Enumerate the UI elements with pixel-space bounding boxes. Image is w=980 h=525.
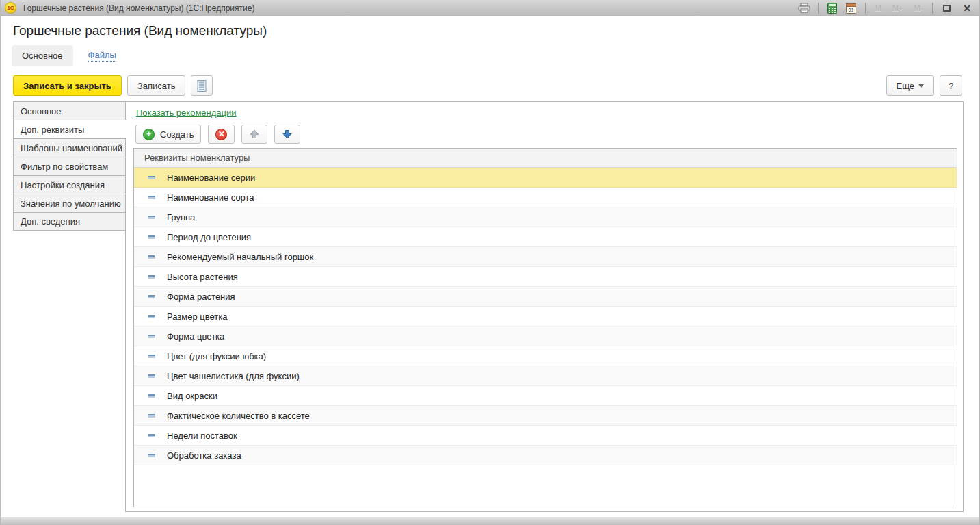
table-toolbar: + Создать ✕ bbox=[135, 125, 300, 144]
attribute-dash-icon bbox=[148, 295, 155, 298]
titlebar-separator bbox=[932, 3, 933, 14]
titlebar-separator bbox=[818, 3, 819, 14]
attribute-dash-icon bbox=[148, 315, 155, 318]
sidebar-item[interactable]: Шаблоны наименований bbox=[13, 138, 126, 157]
delete-icon: ✕ bbox=[215, 129, 227, 140]
memory-mminus-button[interactable]: M- bbox=[910, 4, 926, 12]
attribute-dash-icon bbox=[148, 394, 155, 398]
attribute-dash-icon bbox=[148, 434, 155, 437]
table-row[interactable]: Фактическое количество в кассете bbox=[134, 406, 957, 426]
create-button[interactable]: + Создать bbox=[135, 125, 201, 144]
sidebar-tabs: ОсновноеДоп. реквизитыШаблоны наименован… bbox=[13, 101, 126, 231]
table-row[interactable]: Цвет чашелистика (для фуксии) bbox=[134, 366, 957, 386]
arrow-down-icon bbox=[282, 129, 293, 140]
attributes-table: Реквизиты номенклатуры Наименование сери… bbox=[133, 148, 957, 507]
sidebar-item[interactable]: Настройки создания bbox=[13, 175, 126, 194]
memory-m-button[interactable]: M bbox=[872, 4, 885, 12]
show-recommendations-link[interactable]: Показать рекомендации bbox=[136, 107, 237, 118]
sidebar-item[interactable]: Основное bbox=[13, 101, 126, 120]
titlebar-separator bbox=[865, 3, 866, 14]
attribute-dash-icon bbox=[148, 335, 155, 338]
table-body: Наименование серии Наименование сорта Гр… bbox=[134, 168, 957, 465]
arrow-up-icon bbox=[249, 129, 260, 140]
table-row[interactable]: Вид окраски bbox=[134, 386, 957, 406]
memory-mplus-button[interactable]: M+ bbox=[889, 4, 907, 12]
table-row[interactable]: Цвет (для фуксии юбка) bbox=[134, 346, 957, 366]
list-icon bbox=[197, 80, 207, 92]
attribute-dash-icon bbox=[148, 196, 155, 199]
calendar-icon[interactable]: 31 bbox=[844, 2, 859, 14]
sidebar-item[interactable]: Фильтр по свойствам bbox=[13, 157, 126, 175]
table-row[interactable]: Размер цветка bbox=[134, 307, 957, 326]
command-bar: Записать и закрыть Записать bbox=[13, 75, 213, 96]
maximize-button[interactable] bbox=[939, 3, 955, 14]
attribute-dash-icon bbox=[148, 355, 155, 358]
table-column-header[interactable]: Реквизиты номенклатуры bbox=[134, 149, 957, 168]
move-up-button[interactable] bbox=[241, 125, 267, 144]
save-button[interactable]: Записать bbox=[127, 75, 186, 96]
table-row[interactable]: Высота растения bbox=[134, 267, 957, 287]
save-and-close-button[interactable]: Записать и закрыть bbox=[13, 75, 122, 96]
window-bottom-edge bbox=[1, 517, 979, 525]
command-bar-right: Еще ? bbox=[886, 75, 962, 96]
attribute-dash-icon bbox=[148, 216, 155, 219]
sidebar-item[interactable]: Значения по умолчанию bbox=[13, 194, 126, 212]
table-row[interactable]: Период до цветения bbox=[134, 227, 957, 247]
table-row[interactable]: Форма цветка bbox=[134, 326, 957, 346]
print-icon[interactable] bbox=[797, 2, 812, 14]
maximize-icon bbox=[943, 5, 951, 12]
attribute-dash-icon bbox=[148, 235, 155, 239]
app-window: 1С Горшечные растения (Вид номенклатуры)… bbox=[0, 0, 980, 525]
attribute-dash-icon bbox=[148, 275, 155, 279]
attribute-dash-icon bbox=[148, 176, 155, 179]
table-row[interactable]: Наименование сорта bbox=[134, 188, 957, 207]
attribute-dash-icon bbox=[148, 374, 155, 378]
tab-files[interactable]: Файлы bbox=[88, 50, 116, 62]
window-title: Горшечные растения (Вид номенклатуры) (1… bbox=[23, 3, 797, 13]
history-list-button[interactable] bbox=[191, 75, 213, 96]
sidebar-item[interactable]: Доп. реквизиты bbox=[13, 120, 127, 138]
close-button[interactable]: ✕ bbox=[959, 3, 975, 14]
table-row[interactable]: Обработка заказа bbox=[134, 446, 957, 465]
more-button[interactable]: Еще bbox=[886, 75, 934, 96]
tab-main[interactable]: Основное bbox=[12, 45, 73, 66]
nav-tabs: Основное Файлы bbox=[12, 45, 116, 66]
svg-text:31: 31 bbox=[849, 7, 854, 12]
table-row[interactable]: Группа bbox=[134, 207, 957, 227]
attribute-dash-icon bbox=[148, 414, 155, 418]
attribute-dash-icon bbox=[148, 454, 155, 457]
attribute-dash-icon bbox=[148, 255, 155, 259]
calculator-icon[interactable] bbox=[825, 2, 840, 14]
chevron-down-icon bbox=[918, 84, 924, 88]
table-row[interactable]: Наименование серии bbox=[134, 168, 957, 188]
page-title: Горшечные растения (Вид номенклатуры) bbox=[13, 23, 267, 38]
help-button[interactable]: ? bbox=[940, 75, 962, 96]
delete-button[interactable]: ✕ bbox=[208, 125, 235, 144]
plus-icon: + bbox=[143, 129, 155, 140]
table-row[interactable]: Форма растения bbox=[134, 287, 957, 307]
move-down-button[interactable] bbox=[274, 125, 300, 144]
table-row[interactable]: Рекомендуемый начальный горшок bbox=[134, 247, 957, 267]
sidebar-item[interactable]: Доп. сведения bbox=[13, 212, 126, 231]
titlebar: 1С Горшечные растения (Вид номенклатуры)… bbox=[1, 0, 979, 16]
table-row[interactable]: Недели поставок bbox=[134, 426, 957, 446]
1c-logo-icon: 1С bbox=[5, 2, 16, 14]
attributes-panel: Показать рекомендации + Создать ✕ Рекви bbox=[125, 101, 964, 512]
